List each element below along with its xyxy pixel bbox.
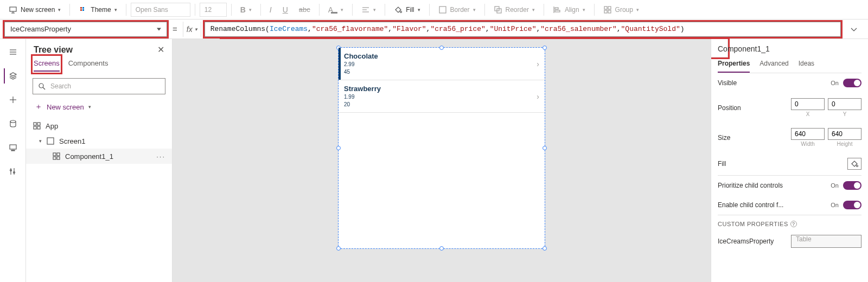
position-x-input[interactable] bbox=[791, 98, 825, 110]
svg-rect-16 bbox=[608, 10, 611, 13]
tree-item-label: Screen1 bbox=[59, 137, 85, 145]
border-button[interactable]: Border ▾ bbox=[434, 3, 480, 16]
tree-list: App ▾ Screen1 Component1_1 ··· bbox=[26, 116, 172, 166]
new-screen-button[interactable]: New screen ▾ bbox=[4, 3, 65, 16]
fill-button[interactable]: Fill ▾ bbox=[390, 3, 424, 16]
prop-enable-child-fill: Enable child control f... On bbox=[718, 195, 861, 215]
chevron-down-icon: ▾ bbox=[39, 138, 42, 144]
plus-icon bbox=[9, 95, 17, 104]
resize-handle[interactable] bbox=[336, 146, 341, 150]
align-label: Align bbox=[565, 6, 579, 14]
chevron-down-icon: ▾ bbox=[532, 7, 535, 12]
resize-handle[interactable] bbox=[336, 246, 341, 251]
prop-label: Visible bbox=[718, 79, 737, 87]
size-width-input[interactable] bbox=[791, 128, 825, 140]
rail-tools[interactable] bbox=[4, 164, 22, 179]
enable-child-fill-toggle[interactable]: On bbox=[831, 201, 861, 209]
chevron-down-icon: ▾ bbox=[583, 7, 585, 12]
svg-rect-35 bbox=[53, 153, 56, 156]
tab-properties[interactable]: Properties bbox=[718, 57, 750, 73]
size-height-input[interactable] bbox=[828, 128, 861, 140]
prioritize-toggle[interactable]: On bbox=[831, 181, 861, 190]
fx-button[interactable]: fx ▾ bbox=[183, 22, 201, 37]
formula-fn: RenameColumns bbox=[210, 25, 265, 33]
props-collapse-button[interactable]: › bbox=[711, 42, 711, 54]
new-screen-tree-button[interactable]: ＋ New screen ▾ bbox=[26, 98, 172, 116]
resize-handle[interactable] bbox=[439, 246, 444, 251]
new-screen-label: New screen bbox=[21, 6, 55, 14]
property-selector[interactable]: IceCreamsProperty bbox=[4, 22, 167, 37]
visible-toggle[interactable]: On bbox=[831, 79, 861, 87]
custom-prop-type[interactable]: Table bbox=[791, 235, 861, 248]
theme-icon bbox=[79, 5, 87, 14]
svg-point-28 bbox=[39, 84, 43, 88]
chevron-down-icon: ▾ bbox=[373, 7, 376, 12]
separator bbox=[544, 4, 544, 16]
svg-point-39 bbox=[857, 165, 858, 167]
tree-item-screen1[interactable]: ▾ Screen1 bbox=[26, 133, 172, 149]
rail-media[interactable] bbox=[4, 140, 22, 155]
svg-rect-0 bbox=[10, 7, 16, 11]
align-button[interactable]: Align ▾ bbox=[548, 3, 590, 16]
tab-screens[interactable]: Screens bbox=[34, 57, 60, 72]
expand-formula-button[interactable] bbox=[844, 22, 864, 37]
italic-button[interactable]: I bbox=[265, 3, 276, 16]
media-icon bbox=[9, 143, 17, 152]
tree-search-placeholder: Search bbox=[50, 82, 71, 90]
info-icon[interactable]: ? bbox=[790, 221, 797, 227]
rail-hamburger[interactable] bbox=[4, 44, 22, 60]
canvas[interactable]: Chocolate 2.99 45 › Strawberry 1.99 20 › bbox=[173, 39, 711, 282]
strike-button[interactable]: abc bbox=[295, 3, 315, 16]
switch-on-icon bbox=[843, 201, 861, 209]
rail-insert[interactable] bbox=[4, 92, 22, 107]
svg-rect-15 bbox=[604, 10, 607, 13]
font-size-select[interactable]: 12 bbox=[200, 3, 227, 17]
rail-data[interactable] bbox=[4, 116, 22, 131]
width-label: Width bbox=[791, 141, 825, 147]
tab-ideas[interactable]: Ideas bbox=[799, 57, 814, 73]
switch-on-icon bbox=[843, 79, 861, 87]
selected-component[interactable]: Chocolate 2.99 45 › Strawberry 1.99 20 › bbox=[339, 48, 545, 248]
resize-handle[interactable] bbox=[542, 246, 547, 251]
tree-item-component[interactable]: Component1_1 ··· bbox=[26, 149, 172, 164]
svg-line-29 bbox=[43, 87, 45, 89]
tree-item-more[interactable]: ··· bbox=[156, 152, 165, 161]
fill-color-picker[interactable] bbox=[847, 158, 861, 170]
prop-label: Size bbox=[718, 134, 730, 142]
prop-size: Size Width Height bbox=[718, 123, 861, 152]
chevron-down-icon: ▾ bbox=[418, 7, 420, 12]
tab-components[interactable]: Components bbox=[68, 57, 108, 72]
svg-point-6 bbox=[400, 11, 402, 12]
search-icon bbox=[37, 82, 46, 91]
equals-label: = bbox=[170, 24, 180, 34]
paint-bucket-icon bbox=[850, 159, 859, 168]
reorder-button[interactable]: Reorder ▾ bbox=[489, 3, 539, 16]
tab-advanced[interactable]: Advanced bbox=[760, 57, 788, 73]
svg-rect-14 bbox=[608, 7, 611, 9]
tree-item-app[interactable]: App bbox=[26, 118, 172, 133]
rail-tree-view[interactable] bbox=[4, 68, 21, 84]
chevron-down-icon: ▾ bbox=[249, 7, 252, 12]
separator bbox=[231, 4, 232, 16]
gallery-item[interactable]: Strawberry 1.99 20 › bbox=[339, 80, 545, 113]
theme-button[interactable]: Theme ▾ bbox=[74, 3, 121, 16]
position-y-input[interactable] bbox=[828, 98, 861, 110]
text-align-button[interactable]: ▾ bbox=[357, 3, 380, 16]
group-button[interactable]: Group ▾ bbox=[599, 3, 643, 16]
main-area: Tree view ✕ Screens Components Search ＋ … bbox=[0, 39, 868, 282]
tree-search[interactable]: Search bbox=[33, 78, 165, 94]
prop-prioritize: Prioritize child controls On bbox=[718, 176, 861, 195]
chevron-down-icon: ▾ bbox=[114, 7, 117, 12]
bold-button[interactable]: B▾ bbox=[236, 3, 256, 16]
gallery-item[interactable]: Chocolate 2.99 45 › bbox=[339, 48, 545, 80]
gallery-item-qty: 45 bbox=[344, 69, 529, 75]
prop-visible: Visible On bbox=[718, 73, 861, 93]
prop-label: Enable child control f... bbox=[718, 201, 783, 209]
resize-handle[interactable] bbox=[542, 146, 547, 150]
close-tree-button[interactable]: ✕ bbox=[157, 44, 164, 55]
font-color-button[interactable]: A ▾ bbox=[324, 3, 348, 16]
font-family-select[interactable]: Open Sans bbox=[131, 3, 190, 17]
formula-input[interactable]: RenameColumns(IceCreams,"cra56_flavornam… bbox=[205, 22, 841, 37]
align-left-icon bbox=[361, 5, 370, 14]
underline-button[interactable]: U bbox=[278, 3, 292, 16]
